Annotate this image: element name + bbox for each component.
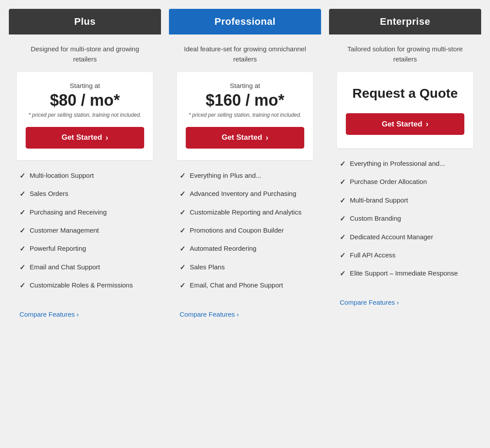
compare-features-link-professional[interactable]: Compare Features ›	[180, 310, 239, 318]
plan-card-enterprise: EnterpriseTailored solution for growing …	[329, 9, 481, 317]
list-item: ✓Powerful Reporting	[19, 244, 150, 254]
get-started-button-enterprise[interactable]: Get Started ›	[346, 113, 464, 135]
feature-text: Full API Access	[350, 250, 395, 260]
feature-text: Automated Reordering	[190, 244, 256, 253]
checkmark-icon: ✓	[19, 208, 25, 218]
list-item: ✓Sales Orders	[19, 189, 150, 199]
plan-card-professional: ProfessionalIdeal feature-set for growin…	[169, 9, 321, 329]
get-started-button-professional[interactable]: Get Started ›	[186, 127, 304, 149]
quote-box-enterprise: Request a QuoteGet Started ›	[337, 72, 473, 148]
checkmark-icon: ✓	[340, 214, 345, 224]
checkmark-icon: ✓	[180, 263, 185, 272]
feature-text: Customizable Roles & Permissions	[30, 280, 133, 290]
checkmark-icon: ✓	[19, 281, 25, 291]
pricing-container: PlusDesigned for multi-store and growing…	[9, 9, 481, 329]
features-list-plus: ✓Multi-location Support✓Sales Orders✓Pur…	[9, 160, 161, 306]
feature-text: Email, Chat and Phone Support	[190, 280, 283, 290]
feature-text: Custom Branding	[350, 214, 401, 223]
starting-at-plus: Starting at	[26, 82, 144, 89]
features-list-professional: ✓Everything in Plus and...✓Advanced Inve…	[169, 160, 321, 306]
feature-text: Advanced Inventory and Purchasing	[190, 189, 296, 198]
list-item: ✓Sales Plans	[180, 262, 310, 272]
plan-name-enterprise: Enterprise	[336, 16, 474, 27]
feature-text: Customer Management	[30, 226, 99, 235]
feature-text: Everything in Professional and...	[350, 159, 445, 168]
checkmark-icon: ✓	[340, 251, 345, 260]
list-item: ✓Elite Support – Immediate Response	[340, 268, 471, 279]
plan-name-professional: Professional	[176, 16, 314, 27]
chevron-icon: ›	[266, 133, 268, 142]
feature-text: Email and Chat Support	[30, 262, 100, 272]
list-item: ✓Multi-brand Support	[340, 195, 471, 206]
checkmark-icon: ✓	[180, 189, 185, 199]
checkmark-icon: ✓	[19, 244, 25, 254]
plan-header-plus: Plus	[9, 9, 161, 34]
list-item: ✓Customer Management	[19, 226, 150, 236]
plan-subtitle-professional: Ideal feature-set for growing omnichanne…	[169, 34, 321, 72]
checkmark-icon: ✓	[19, 263, 25, 272]
checkmark-icon: ✓	[180, 226, 185, 236]
list-item: ✓Purchase Order Allocation	[340, 177, 471, 187]
compare-link-wrap-enterprise: Compare Features ›	[329, 294, 481, 317]
checkmark-icon: ✓	[19, 189, 25, 199]
chevron-icon: ›	[106, 133, 108, 142]
feature-text: Purchasing and Receiving	[30, 207, 107, 217]
feature-text: Sales Plans	[190, 262, 225, 272]
list-item: ✓Email, Chat and Phone Support	[180, 280, 310, 291]
price-professional: $160 / mo*	[186, 91, 304, 110]
plan-subtitle-plus: Designed for multi-store and growing ret…	[9, 34, 161, 72]
get-started-button-plus[interactable]: Get Started ›	[26, 127, 144, 149]
starting-at-professional: Starting at	[186, 82, 304, 89]
list-item: ✓Email and Chat Support	[19, 262, 150, 272]
compare-link-wrap-plus: Compare Features ›	[9, 306, 161, 329]
feature-text: Multi-location Support	[30, 171, 94, 180]
compare-link-wrap-professional: Compare Features ›	[169, 306, 321, 329]
price-plus: $80 / mo*	[26, 91, 144, 110]
checkmark-icon: ✓	[180, 244, 185, 254]
price-note-plus: * priced per selling station, training n…	[26, 111, 144, 119]
list-item: ✓Everything in Professional and...	[340, 159, 471, 169]
checkmark-icon: ✓	[340, 177, 345, 187]
checkmark-icon: ✓	[340, 269, 345, 279]
chevron-right-icon: ›	[237, 310, 239, 318]
plan-card-plus: PlusDesigned for multi-store and growing…	[9, 9, 161, 329]
chevron-right-icon: ›	[397, 299, 399, 306]
feature-text: Customizable Reporting and Analytics	[190, 207, 302, 217]
feature-text: Powerful Reporting	[30, 244, 86, 253]
list-item: ✓Everything in Plus and...	[180, 171, 310, 181]
list-item: ✓Purchasing and Receiving	[19, 207, 150, 218]
feature-text: Purchase Order Allocation	[350, 177, 427, 186]
checkmark-icon: ✓	[340, 159, 345, 169]
plan-header-professional: Professional	[169, 9, 321, 34]
list-item: ✓Customizable Reporting and Analytics	[180, 207, 310, 218]
compare-features-link-enterprise[interactable]: Compare Features ›	[340, 299, 399, 306]
checkmark-icon: ✓	[180, 171, 185, 181]
compare-features-link-plus[interactable]: Compare Features ›	[19, 310, 79, 318]
feature-text: Multi-brand Support	[350, 195, 408, 205]
pricing-box-professional: Starting at$160 / mo** priced per sellin…	[177, 72, 313, 160]
features-list-enterprise: ✓Everything in Professional and...✓Purch…	[329, 148, 481, 294]
list-item: ✓Advanced Inventory and Purchasing	[180, 189, 310, 199]
list-item: ✓Automated Reordering	[180, 244, 310, 254]
feature-text: Everything in Plus and...	[190, 171, 261, 180]
list-item: ✓Multi-location Support	[19, 171, 150, 181]
checkmark-icon: ✓	[180, 281, 185, 291]
checkmark-icon: ✓	[180, 208, 185, 218]
quote-title-enterprise: Request a Quote	[346, 84, 464, 102]
chevron-icon: ›	[426, 119, 429, 129]
checkmark-icon: ✓	[19, 171, 25, 181]
list-item: ✓Promotions and Coupon Builder	[180, 226, 310, 236]
feature-text: Sales Orders	[30, 189, 69, 198]
plan-subtitle-enterprise: Tailored solution for growing multi-stor…	[329, 34, 481, 72]
price-note-professional: * priced per selling station, training n…	[186, 111, 304, 119]
list-item: ✓Customizable Roles & Permissions	[19, 280, 150, 291]
list-item: ✓Full API Access	[340, 250, 471, 260]
list-item: ✓Custom Branding	[340, 214, 471, 224]
feature-text: Elite Support – Immediate Response	[350, 268, 458, 278]
chevron-right-icon: ›	[77, 310, 79, 318]
checkmark-icon: ✓	[340, 233, 345, 242]
checkmark-icon: ✓	[340, 196, 345, 206]
checkmark-icon: ✓	[19, 226, 25, 236]
feature-text: Promotions and Coupon Builder	[190, 226, 284, 235]
list-item: ✓Dedicated Account Manager	[340, 232, 471, 242]
